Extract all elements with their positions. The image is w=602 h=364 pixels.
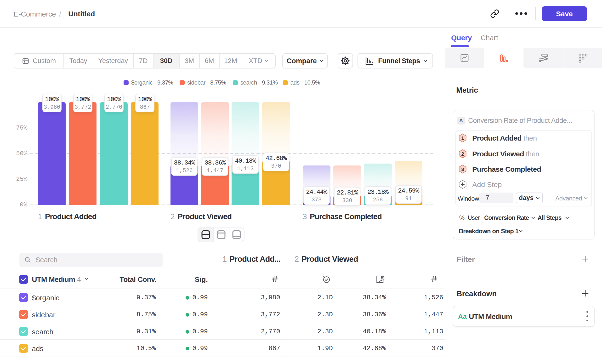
svg-text:2: 2 (461, 151, 464, 157)
svg-text:3: 3 (461, 166, 464, 172)
svg-text:1: 1 (461, 135, 464, 141)
